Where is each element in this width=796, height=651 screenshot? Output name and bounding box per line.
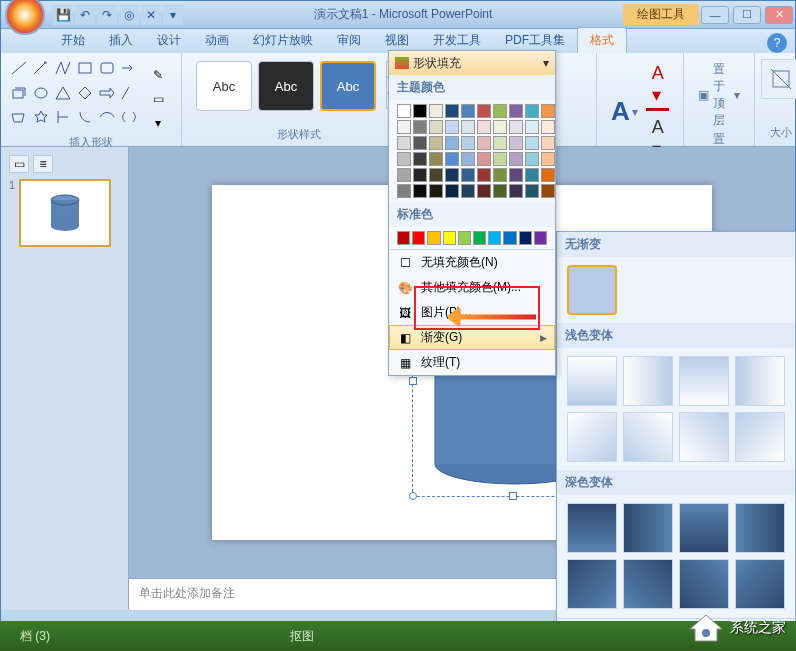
gradient-swatch[interactable] <box>623 412 673 462</box>
color-swatch[interactable] <box>541 184 555 198</box>
qat-dropdown-icon[interactable]: ▾ <box>163 5 183 25</box>
taskbar-item-2[interactable]: 抠图 <box>270 624 334 649</box>
color-swatch[interactable] <box>429 104 443 118</box>
texture-fill-item[interactable]: ▦纹理(T) <box>389 350 555 375</box>
color-swatch[interactable] <box>445 168 459 182</box>
color-swatch[interactable] <box>509 120 523 134</box>
gradient-swatch[interactable] <box>623 356 673 406</box>
color-swatch[interactable] <box>493 104 507 118</box>
color-swatch[interactable] <box>477 152 491 166</box>
color-swatch[interactable] <box>493 184 507 198</box>
color-swatch[interactable] <box>525 120 539 134</box>
no-gradient-swatch[interactable] <box>567 265 617 315</box>
color-swatch[interactable] <box>461 184 475 198</box>
color-swatch[interactable] <box>477 184 491 198</box>
edit-shape-icon[interactable]: ✎ <box>147 65 169 85</box>
tab-home[interactable]: 开始 <box>49 28 97 53</box>
color-swatch[interactable] <box>413 104 427 118</box>
bring-front-button[interactable]: ▣置于顶层▾ <box>698 61 740 129</box>
color-swatch[interactable] <box>461 136 475 150</box>
more-colors-item[interactable]: 🎨其他填充颜色(M)... <box>389 275 555 300</box>
color-swatch[interactable] <box>525 168 539 182</box>
gradient-swatch[interactable] <box>567 412 617 462</box>
color-swatch[interactable] <box>443 231 456 245</box>
qat-extra-icon[interactable]: ◎ <box>119 5 139 25</box>
gradient-swatch[interactable] <box>735 559 785 609</box>
color-swatch[interactable] <box>427 231 440 245</box>
color-swatch[interactable] <box>412 231 425 245</box>
color-swatch[interactable] <box>429 152 443 166</box>
color-swatch[interactable] <box>534 231 547 245</box>
color-swatch[interactable] <box>519 231 532 245</box>
color-swatch[interactable] <box>509 184 523 198</box>
gradient-swatch[interactable] <box>679 412 729 462</box>
color-swatch[interactable] <box>509 104 523 118</box>
color-swatch[interactable] <box>397 168 411 182</box>
qat-save-icon[interactable]: 💾 <box>53 5 73 25</box>
tab-show[interactable]: 幻灯片放映 <box>241 28 325 53</box>
color-swatch[interactable] <box>429 120 443 134</box>
light-gradient-grid[interactable] <box>557 348 795 470</box>
color-swatch[interactable] <box>473 231 486 245</box>
color-swatch[interactable] <box>445 120 459 134</box>
qat-close-icon[interactable]: ✕ <box>141 5 161 25</box>
size-button[interactable] <box>761 59 796 99</box>
color-swatch[interactable] <box>461 152 475 166</box>
gradient-swatch[interactable] <box>679 559 729 609</box>
color-swatch[interactable] <box>525 152 539 166</box>
color-swatch[interactable] <box>429 168 443 182</box>
color-swatch[interactable] <box>461 120 475 134</box>
gradient-swatch[interactable] <box>623 559 673 609</box>
taskbar-item-1[interactable]: 档 (3) <box>0 624 70 649</box>
gradient-swatch[interactable] <box>567 503 617 553</box>
style-swatch-2[interactable]: Abc <box>258 61 314 111</box>
gradient-swatch[interactable] <box>679 503 729 553</box>
color-swatch[interactable] <box>488 231 501 245</box>
gradient-fill-item[interactable]: ◧渐变(G)▶ <box>389 325 555 350</box>
close-button[interactable]: ✕ <box>765 6 793 24</box>
color-swatch[interactable] <box>397 231 410 245</box>
color-swatch[interactable] <box>397 104 411 118</box>
color-swatch[interactable] <box>493 168 507 182</box>
theme-color-grid[interactable] <box>389 100 555 202</box>
gradient-swatch[interactable] <box>735 356 785 406</box>
gradient-swatch[interactable] <box>735 412 785 462</box>
color-swatch[interactable] <box>461 168 475 182</box>
color-swatch[interactable] <box>477 120 491 134</box>
gradient-swatch[interactable] <box>623 503 673 553</box>
color-swatch[interactable] <box>493 120 507 134</box>
color-swatch[interactable] <box>541 168 555 182</box>
outline-tab-icon[interactable]: ≡ <box>33 155 53 173</box>
color-swatch[interactable] <box>525 136 539 150</box>
color-swatch[interactable] <box>541 136 555 150</box>
color-swatch[interactable] <box>397 184 411 198</box>
color-swatch[interactable] <box>413 168 427 182</box>
color-swatch[interactable] <box>445 152 459 166</box>
color-swatch[interactable] <box>525 184 539 198</box>
qat-redo-icon[interactable]: ↷ <box>97 5 117 25</box>
color-swatch[interactable] <box>493 136 507 150</box>
help-icon[interactable]: ? <box>767 33 787 53</box>
text-fill-icon[interactable]: A ▾ <box>646 61 669 111</box>
color-swatch[interactable] <box>525 104 539 118</box>
slide-thumbnail[interactable] <box>19 179 111 247</box>
color-swatch[interactable] <box>477 104 491 118</box>
minimize-button[interactable]: — <box>701 6 729 24</box>
color-swatch[interactable] <box>509 168 523 182</box>
tab-insert[interactable]: 插入 <box>97 28 145 53</box>
color-swatch[interactable] <box>445 136 459 150</box>
color-swatch[interactable] <box>429 184 443 198</box>
color-swatch[interactable] <box>509 152 523 166</box>
color-swatch[interactable] <box>493 152 507 166</box>
color-swatch[interactable] <box>541 120 555 134</box>
color-swatch[interactable] <box>397 152 411 166</box>
color-swatch[interactable] <box>413 184 427 198</box>
gradient-swatch[interactable] <box>567 356 617 406</box>
color-swatch[interactable] <box>445 104 459 118</box>
color-swatch[interactable] <box>477 136 491 150</box>
textbox-icon[interactable]: ▭ <box>147 89 169 109</box>
tab-anim[interactable]: 动画 <box>193 28 241 53</box>
qat-undo-icon[interactable]: ↶ <box>75 5 95 25</box>
wordart-icon[interactable]: A <box>611 96 630 127</box>
color-swatch[interactable] <box>503 231 516 245</box>
